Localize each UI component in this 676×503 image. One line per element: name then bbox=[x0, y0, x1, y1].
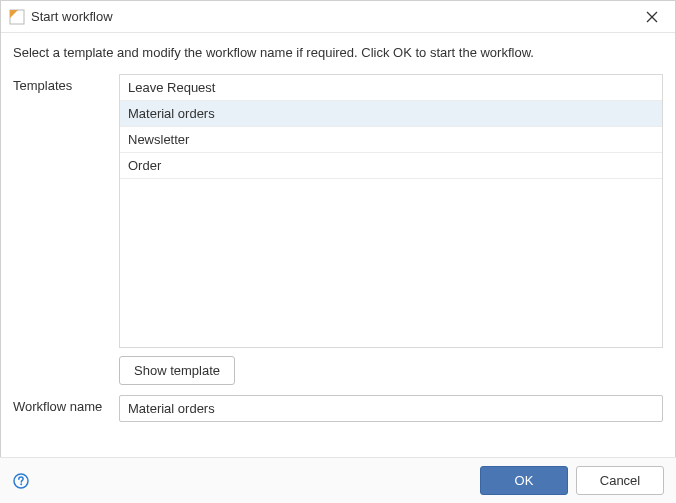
workflow-name-input[interactable] bbox=[119, 395, 663, 422]
dialog-content: Select a template and modify the workflo… bbox=[1, 33, 675, 422]
help-button[interactable] bbox=[12, 472, 30, 490]
workflow-name-label: Workflow name bbox=[13, 395, 119, 422]
titlebar: Start workflow bbox=[1, 1, 675, 33]
show-template-button[interactable]: Show template bbox=[119, 356, 235, 385]
templates-listbox[interactable]: Leave RequestMaterial ordersNewsletterOr… bbox=[119, 74, 663, 348]
svg-point-4 bbox=[20, 483, 22, 485]
templates-row: Templates Leave RequestMaterial ordersNe… bbox=[13, 74, 663, 385]
dialog-footer: OK Cancel bbox=[0, 457, 676, 503]
templates-label: Templates bbox=[13, 74, 119, 385]
app-icon bbox=[9, 9, 25, 25]
help-icon bbox=[13, 473, 29, 489]
list-item[interactable]: Newsletter bbox=[120, 127, 662, 153]
workflow-name-row: Workflow name bbox=[13, 395, 663, 422]
list-item[interactable]: Material orders bbox=[120, 101, 662, 127]
ok-button[interactable]: OK bbox=[480, 466, 568, 495]
templates-field: Leave RequestMaterial ordersNewsletterOr… bbox=[119, 74, 663, 385]
list-item[interactable]: Order bbox=[120, 153, 662, 179]
dialog-title: Start workflow bbox=[31, 9, 637, 24]
cancel-button[interactable]: Cancel bbox=[576, 466, 664, 495]
list-item[interactable]: Leave Request bbox=[120, 75, 662, 101]
instruction-text: Select a template and modify the workflo… bbox=[13, 45, 663, 60]
close-icon bbox=[646, 11, 658, 23]
close-button[interactable] bbox=[637, 2, 667, 32]
